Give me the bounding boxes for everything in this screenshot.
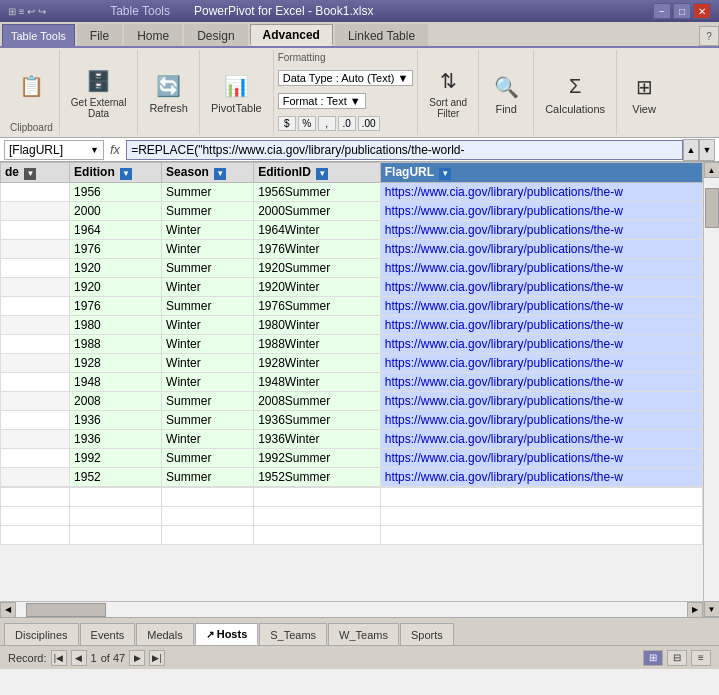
table-row: 2008 Summer 2008Summer https://www.cia.g… [1, 392, 703, 411]
tab-s-teams[interactable]: S_Teams [259, 623, 327, 645]
scroll-down-button[interactable]: ▼ [704, 601, 720, 617]
tab-sports[interactable]: Sports [400, 623, 454, 645]
scroll-left-button[interactable]: ◀ [0, 602, 16, 618]
table-row: 1928 Winter 1928Winter https://www.cia.g… [1, 354, 703, 373]
percent-button[interactable]: % [298, 116, 316, 131]
close-button[interactable]: ✕ [693, 3, 711, 19]
tab-advanced[interactable]: Advanced [250, 24, 333, 46]
col-header-edition[interactable]: Edition ▼ [70, 163, 162, 183]
tab-linked-table[interactable]: Linked Table [335, 24, 428, 46]
cell-editionid: 1952Summer [254, 468, 381, 487]
scroll-up-button[interactable]: ▲ [704, 162, 720, 178]
pivot-table-button[interactable]: 📊 PivotTable [206, 67, 267, 117]
vertical-scrollbar[interactable]: ▲ ▼ [703, 162, 719, 617]
view-layout-button[interactable]: ⊟ [667, 650, 687, 666]
formatting-group-label: Formatting [278, 52, 414, 63]
tab-hosts-label: Hosts [217, 628, 248, 640]
calculations-icon: Σ [559, 71, 591, 103]
cell-edition: 1920 [70, 278, 162, 297]
tab-hosts-icon: ↗ [206, 629, 214, 640]
decrease-decimal-button[interactable]: .0 [338, 116, 356, 131]
cell-de [1, 354, 70, 373]
name-box[interactable]: [FlagURL] ▼ [4, 140, 104, 160]
view-button[interactable]: ⊞ View [623, 68, 665, 118]
cell-flagurl: https://www.cia.gov/library/publications… [380, 183, 702, 202]
nav-last-button[interactable]: ▶| [149, 650, 165, 666]
external-data-icon: 🗄️ [83, 65, 115, 97]
cell-edition: 1928 [70, 354, 162, 373]
increase-decimal-button[interactable]: .00 [358, 116, 380, 131]
scrollbar-track-v[interactable] [705, 178, 719, 601]
formula-input[interactable] [126, 140, 683, 160]
help-button[interactable]: ? [699, 26, 719, 46]
empty-rows-table [0, 487, 703, 545]
col-de-filter[interactable]: ▼ [24, 168, 36, 180]
record-of: of 47 [101, 652, 125, 664]
title-bar-left: ⊞ ≡ ↩ ↪ Table Tools PowerPivot for Excel… [8, 4, 373, 18]
scrollbar-thumb-v[interactable] [705, 188, 719, 228]
scrollbar-track-h[interactable] [16, 603, 687, 617]
cell-editionid: 2008Summer [254, 392, 381, 411]
col-header-de[interactable]: de ▼ [1, 163, 70, 183]
tab-medals[interactable]: Medals [136, 623, 193, 645]
nav-first-button[interactable]: |◀ [51, 650, 67, 666]
calculations-button[interactable]: Σ Calculations [540, 68, 610, 118]
horizontal-scrollbar[interactable]: ◀ ▶ [0, 601, 703, 617]
tab-home[interactable]: Home [124, 24, 182, 46]
formula-scroll-down[interactable]: ▼ [699, 139, 715, 161]
table-row: 1992 Summer 1992Summer https://www.cia.g… [1, 449, 703, 468]
col-flagurl-filter[interactable]: ▼ [439, 168, 451, 180]
col-header-season[interactable]: Season ▼ [162, 163, 254, 183]
tab-file[interactable]: File [77, 24, 122, 46]
table-row: 1976 Winter 1976Winter https://www.cia.g… [1, 240, 703, 259]
cell-de [1, 278, 70, 297]
formula-scroll-up[interactable]: ▲ [683, 139, 699, 161]
tab-design[interactable]: Design [184, 24, 247, 46]
cell-edition: 1992 [70, 449, 162, 468]
sort-filter-button[interactable]: ⇅ Sort andFilter [424, 62, 472, 122]
tab-events[interactable]: Events [80, 623, 136, 645]
cell-de [1, 202, 70, 221]
table-header: de ▼ Edition ▼ Season ▼ EditionID ▼ [1, 163, 703, 183]
refresh-button[interactable]: 🔄 Refresh [144, 67, 193, 117]
scroll-right-button[interactable]: ▶ [687, 602, 703, 618]
view-page-break-button[interactable]: ≡ [691, 650, 711, 666]
clipboard-button[interactable]: 📋 [10, 67, 52, 105]
cell-season: Summer [162, 468, 254, 487]
view-normal-button[interactable]: ⊞ [643, 650, 663, 666]
cell-flagurl: https://www.cia.gov/library/publications… [380, 221, 702, 240]
col-edition-filter[interactable]: ▼ [120, 168, 132, 180]
tab-disciplines[interactable]: Disciplines [4, 623, 79, 645]
cell-de [1, 392, 70, 411]
record-current: 1 [91, 652, 97, 664]
app-title: PowerPivot for Excel - Book1.xlsx [194, 4, 373, 18]
data-type-dropdown[interactable]: Data Type : Auto (Text) ▼ [278, 70, 414, 86]
col-season-filter[interactable]: ▼ [214, 168, 226, 180]
comma-button[interactable]: , [318, 116, 336, 131]
cell-season: Winter [162, 430, 254, 449]
col-header-flagurl[interactable]: FlagURL ▼ [380, 163, 702, 183]
get-external-data-button[interactable]: 🗄️ Get ExternalData [66, 62, 132, 122]
col-editionid-filter[interactable]: ▼ [316, 168, 328, 180]
scrollbar-thumb-h[interactable] [26, 603, 106, 617]
col-header-editionid[interactable]: EditionID ▼ [254, 163, 381, 183]
nav-prev-button[interactable]: ◀ [71, 650, 87, 666]
table-scroll-area[interactable]: de ▼ Edition ▼ Season ▼ EditionID ▼ [0, 162, 703, 601]
cell-season: Winter [162, 354, 254, 373]
minimize-button[interactable]: − [653, 3, 671, 19]
maximize-button[interactable]: □ [673, 3, 691, 19]
ribbon-group-sort-filter: ⇅ Sort andFilter [418, 50, 479, 135]
empty-row [1, 526, 703, 545]
cell-flagurl: https://www.cia.gov/library/publications… [380, 430, 702, 449]
clipboard-label: Clipboard [10, 120, 53, 133]
tab-table-tools[interactable]: Table Tools [2, 24, 75, 46]
nav-next-button[interactable]: ▶ [129, 650, 145, 666]
find-button[interactable]: 🔍 Find [485, 68, 527, 118]
tab-hosts[interactable]: ↗ Hosts [195, 623, 259, 645]
dollar-button[interactable]: $ [278, 116, 296, 131]
tab-w-teams[interactable]: W_Teams [328, 623, 399, 645]
cell-editionid: 1936Summer [254, 411, 381, 430]
format-dropdown[interactable]: Format : Text ▼ [278, 93, 366, 109]
cell-editionid: 1920Summer [254, 259, 381, 278]
cell-season: Summer [162, 183, 254, 202]
